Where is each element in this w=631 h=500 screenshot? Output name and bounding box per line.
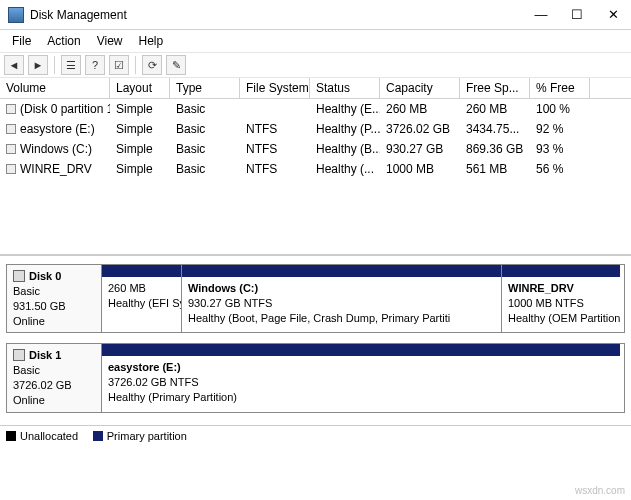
window-title: Disk Management (30, 8, 523, 22)
volume-list-header: Volume Layout Type File System Status Ca… (0, 78, 631, 99)
drive-icon (6, 104, 16, 114)
volume-capacity: 260 MB (380, 99, 460, 119)
partitions: easystore (E:)3726.02 GB NTFSHealthy (Pr… (102, 344, 624, 411)
volume-fs (240, 99, 310, 119)
volume-pctfree: 100 % (530, 99, 590, 119)
menu-help[interactable]: Help (131, 32, 172, 50)
volume-free: 260 MB (460, 99, 530, 119)
volume-free: 3434.75... (460, 119, 530, 139)
partition-size: 260 MB (108, 282, 146, 294)
partition-status: Healthy (Boot, Page File, Crash Dump, Pr… (188, 312, 450, 324)
menu-action[interactable]: Action (39, 32, 88, 50)
disk-state: Online (13, 394, 45, 406)
volume-status: Healthy (P... (310, 119, 380, 139)
refresh-button[interactable]: ⟳ (142, 55, 162, 75)
disk-icon (13, 349, 25, 361)
volume-type: Basic (170, 119, 240, 139)
partition[interactable]: WINRE_DRV1000 MB NTFSHealthy (OEM Partit… (502, 265, 620, 332)
col-freespace[interactable]: Free Sp... (460, 78, 530, 98)
drive-icon (6, 124, 16, 134)
legend-primary-label: Primary partition (107, 430, 187, 442)
col-volume[interactable]: Volume (0, 78, 110, 98)
partition[interactable]: 260 MBHealthy (EFI System (102, 265, 182, 332)
volume-type: Basic (170, 99, 240, 119)
forward-button[interactable]: ► (28, 55, 48, 75)
partition-color-bar (102, 265, 181, 277)
close-button[interactable]: ✕ (595, 0, 631, 29)
menu-view[interactable]: View (89, 32, 131, 50)
partition-body: Windows (C:)930.27 GB NTFSHealthy (Boot,… (182, 277, 501, 330)
volume-type: Basic (170, 159, 240, 179)
legend-unallocated-swatch (6, 431, 16, 441)
legend-primary-swatch (93, 431, 103, 441)
col-layout[interactable]: Layout (110, 78, 170, 98)
help-button[interactable]: ? (85, 55, 105, 75)
disk-icon (13, 270, 25, 282)
volume-free: 561 MB (460, 159, 530, 179)
partition-name: easystore (E:) (108, 361, 181, 373)
disk-summary: Disk 0Basic931.50 GBOnline (7, 265, 102, 332)
volume-capacity: 3726.02 GB (380, 119, 460, 139)
disk-size: 3726.02 GB (13, 379, 72, 391)
graphical-view: Disk 0Basic931.50 GBOnline260 MBHealthy … (0, 254, 631, 425)
volume-row[interactable]: Windows (C:)SimpleBasicNTFSHealthy (B...… (0, 139, 631, 159)
menu-bar: File Action View Help (0, 30, 631, 52)
partition[interactable]: easystore (E:)3726.02 GB NTFSHealthy (Pr… (102, 344, 620, 411)
volume-capacity: 1000 MB (380, 159, 460, 179)
volume-row[interactable]: (Disk 0 partition 1)SimpleBasicHealthy (… (0, 99, 631, 119)
toolbar-sep (54, 56, 55, 74)
drive-icon (6, 144, 16, 154)
partition-size: 1000 MB NTFS (508, 297, 584, 309)
partition-name: Windows (C:) (188, 282, 258, 294)
disk-name: Disk 1 (29, 349, 61, 361)
volume-name: (Disk 0 partition 1) (0, 99, 110, 119)
minimize-button[interactable]: — (523, 0, 559, 29)
partition-status: Healthy (OEM Partition) (508, 312, 620, 324)
disk-type: Basic (13, 364, 40, 376)
volume-capacity: 930.27 GB (380, 139, 460, 159)
disk-group[interactable]: Disk 0Basic931.50 GBOnline260 MBHealthy … (6, 264, 625, 333)
back-button[interactable]: ◄ (4, 55, 24, 75)
col-filesystem[interactable]: File System (240, 78, 310, 98)
volume-row[interactable]: WINRE_DRVSimpleBasicNTFSHealthy (...1000… (0, 159, 631, 179)
volume-free: 869.36 GB (460, 139, 530, 159)
legend: Unallocated Primary partition (0, 425, 631, 446)
volume-name: easystore (E:) (0, 119, 110, 139)
volume-name: WINRE_DRV (0, 159, 110, 179)
disk-size: 931.50 GB (13, 300, 66, 312)
partition-color-bar (102, 344, 620, 356)
partition-status: Healthy (Primary Partition) (108, 391, 237, 403)
partition-size: 3726.02 GB NTFS (108, 376, 199, 388)
properties-button[interactable]: ☑ (109, 55, 129, 75)
col-pctfree[interactable]: % Free (530, 78, 590, 98)
settings-button[interactable]: ✎ (166, 55, 186, 75)
partition-name: WINRE_DRV (508, 282, 574, 294)
col-type[interactable]: Type (170, 78, 240, 98)
col-status[interactable]: Status (310, 78, 380, 98)
partition-size: 930.27 GB NTFS (188, 297, 272, 309)
toolbar-sep (135, 56, 136, 74)
partition-color-bar (502, 265, 620, 277)
volume-pctfree: 56 % (530, 159, 590, 179)
toolbar: ◄ ► ☰ ? ☑ ⟳ ✎ (0, 52, 631, 78)
volume-list[interactable]: (Disk 0 partition 1)SimpleBasicHealthy (… (0, 99, 631, 254)
partition-body: WINRE_DRV1000 MB NTFSHealthy (OEM Partit… (502, 277, 620, 330)
disk-type: Basic (13, 285, 40, 297)
col-capacity[interactable]: Capacity (380, 78, 460, 98)
title-bar: Disk Management — ☐ ✕ (0, 0, 631, 30)
partition-body: easystore (E:)3726.02 GB NTFSHealthy (Pr… (102, 356, 620, 409)
volume-row[interactable]: easystore (E:)SimpleBasicNTFSHealthy (P.… (0, 119, 631, 139)
partition-body: 260 MBHealthy (EFI System (102, 277, 181, 315)
volume-fs: NTFS (240, 139, 310, 159)
list-view-button[interactable]: ☰ (61, 55, 81, 75)
volume-layout: Simple (110, 139, 170, 159)
maximize-button[interactable]: ☐ (559, 0, 595, 29)
menu-file[interactable]: File (4, 32, 39, 50)
volume-fs: NTFS (240, 159, 310, 179)
partition-status: Healthy (EFI System (108, 297, 181, 309)
volume-layout: Simple (110, 99, 170, 119)
disk-group[interactable]: Disk 1Basic3726.02 GBOnlineeasystore (E:… (6, 343, 625, 412)
volume-status: Healthy (B... (310, 139, 380, 159)
partition[interactable]: Windows (C:)930.27 GB NTFSHealthy (Boot,… (182, 265, 502, 332)
volume-type: Basic (170, 139, 240, 159)
